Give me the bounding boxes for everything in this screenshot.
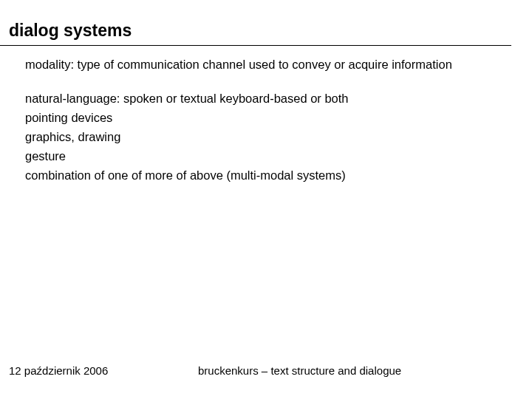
slide-footer: 12 październik 2006 bruckenkurs – text s…	[0, 364, 532, 377]
list-item: combination of one of more of above (mul…	[25, 167, 532, 185]
list-item: graphics, drawing	[25, 129, 532, 146]
slide-title: dialog systems	[0, 0, 511, 46]
list-item: pointing devices	[25, 109, 532, 127]
lead-text: modality: type of communication channel …	[25, 56, 532, 74]
slide-body: modality: type of communication channel …	[0, 46, 532, 185]
list-item: natural-language: spoken or textual keyb…	[25, 90, 532, 108]
footer-course: bruckenkurs – text structure and dialogu…	[198, 364, 532, 377]
list-item: gesture	[25, 148, 532, 166]
slide: dialog systems modality: type of communi…	[0, 0, 532, 399]
footer-date: 12 październik 2006	[0, 364, 198, 377]
